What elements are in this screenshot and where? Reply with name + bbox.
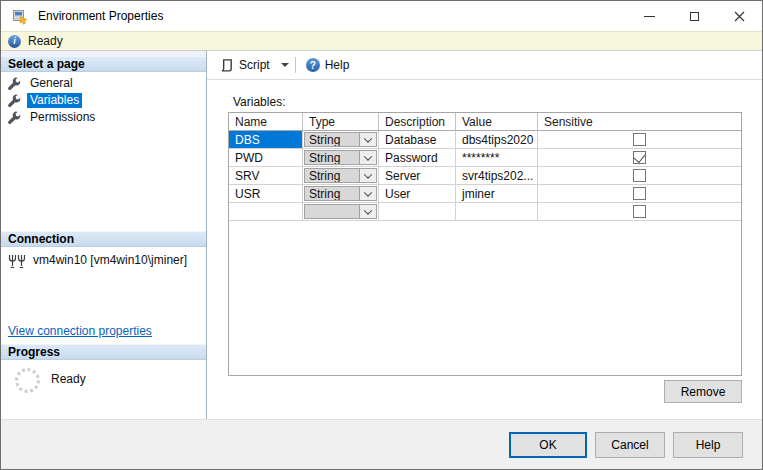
connection-server-text: vm4win10 [vm4win10\jminer]	[33, 253, 187, 267]
progress-header: Progress	[1, 344, 206, 360]
cell-sensitive-row1	[538, 149, 741, 167]
cell-name-row4[interactable]	[229, 203, 303, 221]
progress-panel: Ready	[1, 360, 206, 419]
chevron-down-icon	[359, 187, 376, 200]
connection-header: Connection	[1, 231, 206, 247]
footer-bar: OK Cancel Help	[1, 419, 762, 469]
script-button-label: Script	[239, 58, 270, 72]
type-dropdown-value: String	[305, 187, 359, 200]
type-dropdown-row3[interactable]: String	[304, 186, 377, 201]
wrench-icon	[7, 77, 21, 91]
cancel-button[interactable]: Cancel	[595, 432, 665, 458]
cell-name-row1[interactable]: PWD	[229, 149, 303, 167]
cell-value-row1[interactable]: ********	[456, 149, 538, 167]
help-button-label: Help	[325, 58, 350, 72]
sensitive-checkbox-row4[interactable]	[633, 205, 646, 218]
cell-sensitive-row3	[538, 185, 741, 203]
cell-description-row0[interactable]: Database	[379, 131, 456, 149]
ok-button[interactable]: OK	[509, 432, 587, 458]
column-header-name[interactable]: Name	[229, 113, 303, 131]
column-header-value[interactable]: Value	[456, 113, 538, 131]
progress-status-text: Ready	[51, 372, 86, 386]
environment-app-icon	[12, 8, 29, 25]
view-connection-properties-link[interactable]: View connection properties	[8, 324, 152, 338]
maximize-button[interactable]	[672, 1, 717, 31]
script-dropdown-caret-icon[interactable]	[281, 63, 289, 67]
type-dropdown-row4[interactable]	[304, 204, 377, 219]
spinner-icon	[15, 368, 40, 393]
window-controls	[627, 1, 762, 31]
cell-description-row1[interactable]: Password	[379, 149, 456, 167]
wrench-icon	[7, 111, 21, 125]
column-header-description[interactable]: Description	[379, 113, 456, 131]
cell-sensitive-row0	[538, 131, 741, 149]
sensitive-checkbox-row3[interactable]	[633, 187, 646, 200]
cell-description-row4[interactable]	[379, 203, 456, 221]
chevron-down-icon	[359, 169, 376, 182]
chevron-down-icon	[359, 205, 376, 218]
remove-button[interactable]: Remove	[664, 380, 742, 403]
chevron-glyph	[364, 206, 372, 214]
sidebar: Select a page GeneralVariablesPermission…	[1, 51, 207, 419]
sensitive-checkbox-row0[interactable]	[633, 133, 646, 146]
type-dropdown-row0[interactable]: String	[304, 132, 377, 147]
select-a-page-header: Select a page	[1, 56, 206, 72]
page-list: GeneralVariablesPermissions	[1, 72, 206, 231]
sensitive-checkbox-row2[interactable]	[633, 169, 646, 182]
cell-type-row1: String	[303, 149, 379, 167]
environment-properties-dialog: Environment Properties i Ready Select a …	[0, 0, 763, 470]
column-header-type[interactable]: Type	[303, 113, 379, 131]
column-header-sensitive[interactable]: Sensitive	[538, 113, 741, 131]
chevron-down-icon	[359, 133, 376, 146]
server-connection-icon	[8, 254, 26, 269]
help-button[interactable]: Help	[673, 432, 743, 458]
cell-value-row2[interactable]: svr4tips202...	[456, 167, 538, 185]
close-button[interactable]	[717, 1, 762, 31]
sensitive-checkbox-row1[interactable]	[633, 151, 646, 164]
title-bar: Environment Properties	[1, 1, 762, 31]
sidebar-item-label: Variables	[27, 93, 82, 108]
sidebar-item-general[interactable]: General	[1, 75, 206, 92]
type-dropdown-value: String	[305, 151, 359, 164]
type-dropdown-row2[interactable]: String	[304, 168, 377, 183]
cell-description-row2[interactable]: Server	[379, 167, 456, 185]
main-content: Script ? Help Variables: NameTypeDescrip…	[207, 51, 762, 419]
status-bar: i Ready	[1, 31, 762, 51]
cell-type-row2: String	[303, 167, 379, 185]
cell-type-row4	[303, 203, 379, 221]
sidebar-item-variables[interactable]: Variables	[1, 92, 206, 109]
script-scroll-icon	[219, 58, 234, 73]
grid-empty-area	[229, 221, 741, 375]
minimize-button[interactable]	[627, 1, 672, 31]
cell-type-row3: String	[303, 185, 379, 203]
variables-label: Variables:	[233, 95, 285, 109]
cell-description-row3[interactable]: User	[379, 185, 456, 203]
chevron-down-icon	[359, 151, 376, 164]
minimize-icon	[644, 16, 655, 17]
cell-value-row4[interactable]	[456, 203, 538, 221]
variables-grid: NameTypeDescriptionValueSensitiveDBSStri…	[228, 112, 742, 376]
type-dropdown-value	[305, 205, 359, 218]
help-toolbar-button[interactable]: ? Help	[302, 55, 354, 75]
type-dropdown-value: String	[305, 133, 359, 146]
sidebar-item-permissions[interactable]: Permissions	[1, 109, 206, 126]
chevron-glyph	[364, 134, 372, 142]
cell-sensitive-row4	[538, 203, 741, 221]
maximize-icon	[690, 12, 699, 21]
sidebar-item-label: Permissions	[27, 110, 98, 125]
type-dropdown-value: String	[305, 169, 359, 182]
sidebar-item-label: General	[27, 76, 76, 91]
cell-value-row3[interactable]: jminer	[456, 185, 538, 203]
close-icon	[734, 11, 745, 22]
chevron-glyph	[364, 188, 372, 196]
cell-name-row3[interactable]: USR	[229, 185, 303, 203]
cell-name-row2[interactable]: SRV	[229, 167, 303, 185]
toolbar-separator	[295, 57, 296, 73]
cell-sensitive-row2	[538, 167, 741, 185]
cell-value-row0[interactable]: dbs4tips2020	[456, 131, 538, 149]
script-button[interactable]: Script	[215, 55, 274, 76]
info-icon: i	[8, 35, 21, 48]
cell-name-row0[interactable]: DBS	[229, 131, 303, 149]
connection-panel: vm4win10 [vm4win10\jminer] View connecti…	[1, 247, 206, 344]
type-dropdown-row1[interactable]: String	[304, 150, 377, 165]
